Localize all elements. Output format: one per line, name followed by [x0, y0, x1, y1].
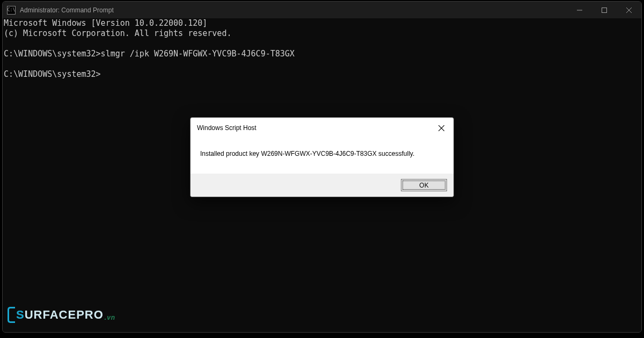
cmd-icon: C:\ — [7, 6, 16, 15]
svg-rect-1 — [602, 8, 607, 12]
maximize-icon — [602, 8, 607, 13]
close-icon — [438, 125, 444, 131]
window-controls — [567, 2, 641, 18]
minimize-icon — [577, 8, 582, 13]
terminal-line: C:\WINDOWS\system32>slmgr /ipk W269N-WFG… — [4, 49, 295, 59]
window-title: Administrator: Command Prompt — [20, 6, 114, 14]
terminal-line: (c) Microsoft Corporation. All rights re… — [4, 28, 231, 38]
terminal-line: Microsoft Windows [Version 10.0.22000.12… — [4, 18, 207, 28]
watermark-vn: .vn — [105, 314, 115, 321]
watermark-rest: URFACEPRO — [25, 308, 104, 322]
maximize-button[interactable] — [592, 2, 617, 18]
dialog-title: Windows Script Host — [197, 124, 433, 132]
watermark-s: S — [16, 308, 25, 322]
dialog-titlebar[interactable]: Windows Script Host — [191, 118, 453, 138]
terminal-prompt: C:\WINDOWS\system32> — [4, 69, 101, 79]
minimize-button[interactable] — [567, 2, 592, 18]
bracket-icon — [8, 307, 15, 323]
titlebar[interactable]: C:\ Administrator: Command Prompt — [3, 2, 641, 18]
ok-button[interactable]: OK — [401, 179, 447, 191]
close-icon — [626, 8, 632, 13]
dialog-footer: OK — [191, 174, 453, 197]
close-button[interactable] — [617, 2, 641, 18]
script-host-dialog: Windows Script Host Installed product ke… — [190, 117, 454, 197]
dialog-close-button[interactable] — [433, 122, 449, 134]
dialog-body: Installed product key W269N-WFGWX-YVC9B-… — [191, 138, 453, 174]
watermark-logo: SURFACEPRO.vn — [8, 307, 115, 323]
dialog-message: Installed product key W269N-WFGWX-YVC9B-… — [200, 150, 414, 157]
